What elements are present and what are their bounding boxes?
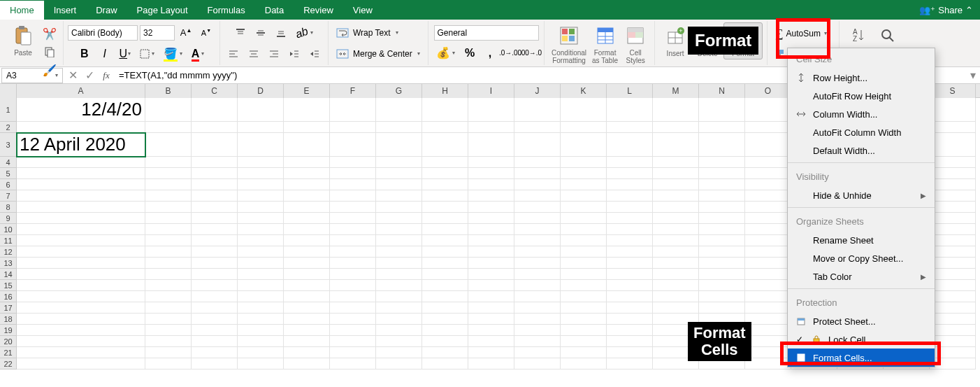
cell[interactable] <box>145 157 192 168</box>
cell[interactable]: 12/4/20 <box>17 98 145 122</box>
cell[interactable] <box>514 122 561 133</box>
cell[interactable] <box>192 202 238 213</box>
cell[interactable] <box>330 291 376 302</box>
cell[interactable] <box>930 133 976 157</box>
cell[interactable] <box>376 235 422 246</box>
cell[interactable] <box>745 269 791 280</box>
cell[interactable] <box>238 314 284 325</box>
decrease-font-button[interactable]: A▼ <box>197 24 215 41</box>
row-header[interactable]: 18 <box>0 314 17 325</box>
cell[interactable] <box>607 280 653 291</box>
cell[interactable] <box>699 269 745 280</box>
cell[interactable] <box>930 157 976 168</box>
cell[interactable] <box>192 179 238 190</box>
cell[interactable] <box>514 325 561 336</box>
cell[interactable] <box>699 168 745 179</box>
cell[interactable] <box>930 122 976 133</box>
cell[interactable] <box>930 224 976 235</box>
cell[interactable] <box>561 179 607 190</box>
cell[interactable] <box>376 269 422 280</box>
cell[interactable] <box>653 157 699 168</box>
cell[interactable] <box>699 157 745 168</box>
insert-cells-button[interactable]: + Insert <box>659 22 691 59</box>
cell[interactable] <box>607 358 653 370</box>
percent-button[interactable]: % <box>461 45 479 62</box>
cell[interactable] <box>422 202 468 213</box>
cell[interactable] <box>145 291 192 302</box>
cell[interactable] <box>145 179 192 190</box>
tab-formulas[interactable]: Formulas <box>198 1 255 20</box>
row-header[interactable]: 4 <box>0 157 17 168</box>
cell[interactable] <box>145 213 192 224</box>
cell[interactable] <box>561 246 607 258</box>
cell[interactable] <box>653 122 699 133</box>
cell[interactable] <box>145 269 192 280</box>
cell[interactable] <box>192 291 238 302</box>
cell[interactable] <box>930 202 976 213</box>
cell[interactable] <box>284 235 330 246</box>
cell[interactable] <box>745 280 791 291</box>
cell[interactable] <box>561 213 607 224</box>
cell[interactable] <box>192 122 238 133</box>
cell[interactable] <box>653 133 699 157</box>
cell[interactable] <box>330 336 376 347</box>
cell[interactable] <box>238 358 284 370</box>
cell[interactable] <box>145 325 192 336</box>
cell[interactable] <box>284 336 330 347</box>
cell[interactable] <box>17 258 145 269</box>
cell[interactable] <box>745 291 791 302</box>
menu-column-width[interactable]: Column Width... <box>788 105 935 123</box>
column-header[interactable]: E <box>284 84 330 98</box>
cell[interactable] <box>745 314 791 325</box>
cell[interactable] <box>238 302 284 314</box>
row-header[interactable]: 11 <box>0 235 17 246</box>
cell[interactable] <box>468 168 514 179</box>
cell[interactable] <box>330 358 376 370</box>
cell[interactable] <box>745 213 791 224</box>
align-middle-button[interactable] <box>252 24 270 41</box>
cell[interactable] <box>514 314 561 325</box>
cell-styles-button[interactable]: Cell Styles <box>621 22 650 66</box>
cell[interactable] <box>330 347 376 358</box>
cell[interactable] <box>930 98 976 122</box>
cell[interactable] <box>745 179 791 190</box>
cell[interactable] <box>514 280 561 291</box>
cell[interactable] <box>468 122 514 133</box>
row-header[interactable]: 19 <box>0 325 17 336</box>
cell[interactable] <box>745 246 791 258</box>
cell[interactable] <box>17 280 145 291</box>
cell[interactable] <box>238 291 284 302</box>
cell[interactable] <box>468 179 514 190</box>
cell[interactable] <box>514 98 561 122</box>
cell[interactable] <box>192 258 238 269</box>
cell[interactable] <box>514 358 561 370</box>
align-center-button[interactable] <box>245 45 263 62</box>
cell[interactable] <box>192 224 238 235</box>
cell[interactable] <box>422 280 468 291</box>
cell[interactable] <box>514 133 561 157</box>
cell[interactable] <box>699 190 745 202</box>
currency-button[interactable]: 💰▾ <box>433 45 459 62</box>
menu-default-width[interactable]: Default Width... <box>788 141 935 160</box>
cell[interactable] <box>930 314 976 325</box>
row-header[interactable]: 2 <box>0 122 17 133</box>
cell[interactable] <box>468 246 514 258</box>
menu-lock-cell[interactable]: ✓ Lock Cell <box>788 330 935 349</box>
cell[interactable] <box>330 269 376 280</box>
cell[interactable] <box>284 224 330 235</box>
cell[interactable] <box>930 179 976 190</box>
cell[interactable] <box>468 325 514 336</box>
cell[interactable] <box>699 258 745 269</box>
cell[interactable] <box>561 168 607 179</box>
cell[interactable] <box>145 258 192 269</box>
row-header[interactable]: 7 <box>0 190 17 202</box>
menu-protect-sheet[interactable]: Protect Sheet... <box>788 312 935 330</box>
cell[interactable] <box>238 133 284 157</box>
cell[interactable] <box>17 291 145 302</box>
cell[interactable] <box>468 269 514 280</box>
align-right-button[interactable] <box>265 45 283 62</box>
cell[interactable] <box>376 213 422 224</box>
cell[interactable] <box>422 190 468 202</box>
cell[interactable] <box>653 202 699 213</box>
cell[interactable] <box>930 235 976 246</box>
